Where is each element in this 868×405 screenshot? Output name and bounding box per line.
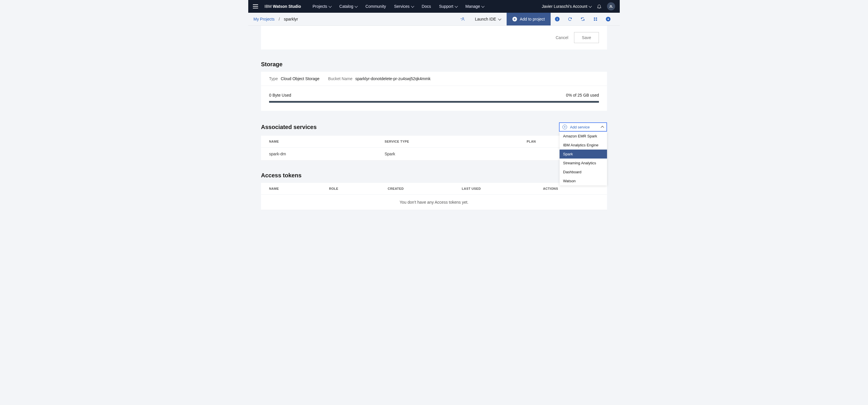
col-name: NAME — [261, 183, 321, 195]
dropdown-item[interactable]: Watson — [560, 177, 607, 185]
nav-catalog-label: Catalog — [339, 4, 353, 9]
add-service-dropdown: Amazon EMR SparkIBM Analytics EngineSpar… — [560, 132, 607, 185]
chevron-down-icon — [411, 4, 414, 7]
dropdown-item[interactable]: IBM Analytics Engine — [560, 141, 607, 150]
nav-docs[interactable]: Docs — [422, 4, 431, 9]
refresh-icon[interactable] — [564, 13, 576, 26]
storage-bucket: Bucket Name sparklyr-donotdelete-pr-zu4s… — [328, 76, 431, 81]
plus-circle-icon: + — [562, 125, 567, 129]
nav-projects-label: Projects — [312, 4, 327, 9]
cancel-button[interactable]: Cancel — [556, 35, 568, 40]
nav-manage-label: Manage — [466, 4, 480, 9]
save-button[interactable]: Save — [574, 32, 599, 43]
brand: IBM Watson Studio — [265, 4, 301, 9]
brand-name: Watson Studio — [273, 4, 301, 9]
grid-icon[interactable] — [589, 13, 602, 26]
nav-services-label: Services — [394, 4, 410, 9]
tokens-empty-text: You don't have any Access tokens yet. — [261, 195, 607, 210]
account-label: Javier Luraschi's Account — [541, 4, 587, 9]
chevron-down-icon — [329, 4, 332, 7]
nav-manage[interactable]: Manage — [466, 4, 484, 9]
services-title: Associated services — [261, 124, 316, 130]
nav-community-label: Community — [365, 4, 386, 9]
breadcrumb-root[interactable]: My Projects — [253, 17, 275, 22]
col-created: CREATED — [380, 183, 454, 195]
avatar[interactable]: JL — [607, 2, 615, 10]
services-table: NAME SERVICE TYPE PLAN spark-dmSpark — [261, 136, 607, 161]
chevron-up-icon — [601, 126, 604, 129]
col-role: ROLE — [321, 183, 380, 195]
storage-type: Type Cloud Object Storage — [269, 76, 319, 81]
breadcrumb-separator: / — [279, 17, 280, 22]
table-row[interactable]: spark-dmSpark — [261, 148, 607, 161]
menu-toggle[interactable] — [253, 3, 260, 10]
cell-type: Spark — [376, 148, 519, 161]
tokens-empty-row: You don't have any Access tokens yet. — [261, 195, 607, 210]
svg-rect-3 — [594, 20, 595, 21]
nav-support[interactable]: Support — [439, 4, 457, 9]
breadcrumb: My Projects / sparklyr — [253, 17, 298, 22]
svg-point-0 — [463, 18, 464, 19]
dropdown-item[interactable]: Amazon EMR Spark — [560, 132, 607, 141]
add-to-project-button[interactable]: + Add to project — [507, 13, 551, 26]
add-service-button[interactable]: + Add service — [559, 122, 607, 132]
chevron-down-icon — [589, 4, 592, 7]
nav-docs-label: Docs — [422, 4, 431, 9]
col-name: NAME — [261, 136, 376, 148]
storage-bucket-value: sparklyr-donotdelete-pr-zu4swj52qk4mmk — [355, 76, 431, 81]
sync-icon[interactable] — [576, 13, 589, 26]
tokens-table: NAME ROLE CREATED LAST USED ACTIONS You … — [261, 183, 607, 210]
storage-bucket-label: Bucket Name — [328, 76, 352, 81]
launch-ide-label: Launch IDE — [475, 17, 496, 22]
nav-projects[interactable]: Projects — [312, 4, 331, 9]
cell-name: spark-dm — [261, 148, 376, 161]
tokens-title: Access tokens — [261, 172, 607, 179]
dropdown-item[interactable]: Spark — [560, 150, 607, 158]
storage-type-label: Type — [269, 76, 278, 81]
nav-community[interactable]: Community — [365, 4, 386, 9]
chevron-down-icon — [481, 4, 484, 7]
notifications-icon[interactable] — [597, 4, 602, 9]
storage-used: 0 Byte Used — [269, 93, 291, 97]
launch-ide[interactable]: Launch IDE — [469, 13, 506, 26]
nav-support-label: Support — [439, 4, 453, 9]
chevron-down-icon — [354, 4, 358, 7]
col-last-used: LAST USED — [454, 183, 535, 195]
account-menu[interactable]: Javier Luraschi's Account — [541, 4, 591, 9]
plus-icon: + — [513, 17, 517, 22]
nav-services[interactable]: Services — [394, 4, 414, 9]
add-collaborator-icon[interactable] — [456, 13, 469, 26]
storage-progress — [269, 101, 599, 103]
info-icon[interactable]: i — [551, 13, 564, 26]
storage-title: Storage — [261, 61, 607, 68]
storage-quota: 0% of 25 GB used — [566, 93, 599, 97]
compass-icon[interactable]: ✦ — [602, 13, 615, 26]
brand-prefix: IBM — [265, 4, 273, 9]
chevron-down-icon — [455, 4, 458, 7]
add-to-project-label: Add to project — [520, 17, 545, 22]
breadcrumb-current: sparklyr — [284, 17, 298, 22]
dropdown-item[interactable]: Streaming Analytics — [560, 158, 607, 167]
svg-rect-4 — [596, 20, 597, 21]
add-service-label: Add service — [570, 125, 599, 129]
svg-rect-2 — [596, 18, 597, 19]
storage-type-value: Cloud Object Storage — [281, 76, 319, 81]
svg-rect-1 — [594, 18, 595, 19]
nav-catalog[interactable]: Catalog — [339, 4, 357, 9]
dropdown-item[interactable]: Dashboard — [560, 167, 607, 177]
chevron-down-icon — [498, 17, 501, 20]
col-type: SERVICE TYPE — [376, 136, 519, 148]
